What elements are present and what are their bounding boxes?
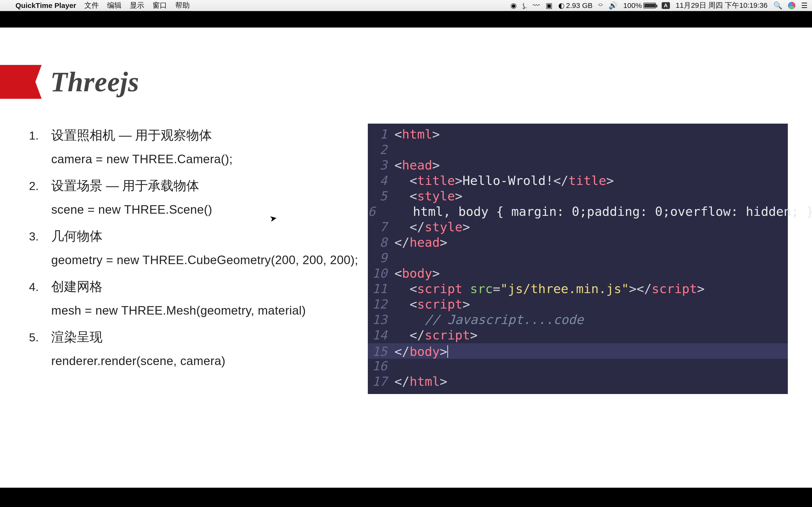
list-item: 4. 创建网格 mesh = new THREE.Mesh(geometry, … (29, 278, 362, 319)
code-line: 10<body> (368, 266, 788, 282)
slide: Threejs 1. 设置照相机 — 用于观察物体 camera = new T… (0, 27, 812, 488)
code-text: // Javascript....code (394, 313, 583, 327)
spotlight-icon[interactable]: 🔍 (773, 2, 782, 9)
code-text: <head> (394, 158, 440, 172)
line-number: 14 (368, 328, 394, 342)
line-number: 3 (368, 158, 394, 172)
memory-text: 2.93 GB (566, 1, 593, 10)
code-line: 12 <script> (368, 297, 788, 313)
step-heading: 几何物体 (51, 227, 102, 245)
line-number: 8 (368, 235, 394, 249)
code-text: </script> (394, 328, 477, 342)
title-tab-icon (0, 65, 42, 99)
slide-title: Threejs (50, 66, 139, 98)
battery-icon (643, 3, 656, 8)
tilde-icon[interactable]: 〰 (532, 2, 540, 9)
slide-title-block: Threejs (0, 65, 139, 99)
code-line: 5 <style> (368, 189, 788, 204)
list-item: 2. 设置场景 — 用于承载物体 scene = new THREE.Scene… (29, 177, 362, 218)
clock[interactable]: 11月29日 周四 下午10:19:36 (676, 0, 767, 10)
menu-view[interactable]: 显示 (130, 0, 144, 10)
code-line: 16 (368, 359, 788, 374)
box-icon[interactable]: ▣ (546, 2, 552, 9)
volume-icon[interactable]: 🔊 (609, 2, 617, 9)
line-number: 6 (368, 204, 383, 219)
code-text: </body> (394, 343, 448, 359)
line-number: 17 (368, 374, 394, 389)
presentation-viewport: Threejs 1. 设置照相机 — 用于观察物体 camera = new T… (0, 11, 812, 507)
step-number: 2. (29, 178, 51, 194)
mac-menubar: QuickTime Player 文件 编辑 显示 窗口 帮助 ◉ ⍼ 〰 ▣ … (0, 0, 812, 11)
list-item: 5. 渲染呈现 renderer.render(scene, camera) (29, 328, 362, 369)
record-icon[interactable]: ◉ (510, 2, 517, 9)
line-number: 5 (368, 189, 394, 203)
code-text: </html> (394, 374, 447, 389)
line-number: 4 (368, 173, 394, 188)
line-number: 2 (368, 143, 394, 157)
line-number: 1 (368, 127, 394, 142)
step-code: mesh = new THREE.Mesh(geometry, material… (51, 302, 362, 319)
step-code: geometry = new THREE.CubeGeometry(200, 2… (51, 252, 362, 269)
line-number: 12 (368, 297, 394, 312)
code-line: 3<head> (368, 158, 788, 173)
code-line: 1<html> (368, 127, 788, 143)
step-heading: 设置照相机 — 用于观察物体 (51, 126, 212, 144)
step-number: 1. (29, 128, 51, 144)
step-code: scene = new THREE.Scene() (51, 202, 362, 218)
code-line: 9 (368, 250, 788, 266)
code-line: 11 <script src="js/three.min.js"></scrip… (368, 282, 788, 297)
code-text: <body> (394, 266, 440, 281)
menu-file[interactable]: 文件 (84, 0, 99, 10)
step-heading: 设置场景 — 用于承载物体 (51, 177, 199, 194)
line-number: 11 (368, 282, 394, 296)
line-number: 16 (368, 359, 394, 373)
battery-pct: 100% (623, 1, 642, 10)
code-line: 15</body> (368, 343, 788, 359)
code-line: 6 html, body { margin: 0;padding: 0;over… (368, 204, 788, 220)
step-code: camera = new THREE.Camera(); (51, 151, 362, 168)
code-text: <title>Hello-Wrold!</title> (394, 173, 614, 188)
battery-status[interactable]: 100% (623, 1, 656, 10)
line-number: 15 (368, 344, 394, 359)
siri-icon[interactable] (788, 2, 795, 9)
text-caret-icon (447, 345, 448, 358)
code-text: </style> (394, 220, 470, 234)
menu-help[interactable]: 帮助 (175, 0, 190, 10)
step-code: renderer.render(scene, camera) (51, 353, 362, 370)
step-number: 4. (29, 279, 51, 295)
line-number: 10 (368, 266, 394, 281)
magnify-icon[interactable]: ⍼ (522, 2, 527, 9)
code-text: <html> (394, 127, 440, 142)
code-text: <script src="js/three.min.js"></script> (394, 282, 705, 296)
gauge-icon: ◐ (558, 2, 564, 9)
line-number: 9 (368, 250, 394, 265)
step-heading: 创建网格 (51, 278, 102, 295)
input-method-badge[interactable]: A (662, 2, 670, 9)
steps-list: 1. 设置照相机 — 用于观察物体 camera = new THREE.Cam… (29, 126, 362, 463)
code-line: 2 (368, 143, 788, 158)
step-heading: 渲染呈现 (51, 328, 102, 346)
memory-status[interactable]: ◐ 2.93 GB (558, 1, 593, 10)
wifi-icon[interactable]: ⌔ (598, 2, 603, 9)
line-number: 7 (368, 220, 394, 234)
code-text: </head> (394, 235, 447, 249)
code-line: 8</head> (368, 235, 788, 250)
list-item: 3. 几何物体 geometry = new THREE.CubeGeometr… (29, 227, 362, 268)
menu-edit[interactable]: 编辑 (107, 0, 121, 10)
code-line: 4 <title>Hello-Wrold!</title> (368, 173, 788, 189)
code-text: html, body { margin: 0;padding: 0;overfl… (383, 204, 812, 219)
code-line: 7 </style> (368, 220, 788, 235)
code-editor: 1<html>23<head>4 <title>Hello-Wrold!</ti… (368, 124, 788, 394)
app-name[interactable]: QuickTime Player (15, 1, 76, 10)
code-text: <style> (394, 189, 463, 203)
line-number: 13 (368, 313, 394, 327)
step-number: 5. (29, 330, 51, 345)
menu-window[interactable]: 窗口 (152, 0, 167, 10)
code-text: <script> (394, 297, 470, 312)
step-number: 3. (29, 229, 51, 244)
code-line: 13 // Javascript....code (368, 313, 788, 328)
list-item: 1. 设置照相机 — 用于观察物体 camera = new THREE.Cam… (29, 126, 362, 167)
notification-center-icon[interactable]: ☰ (801, 2, 808, 9)
code-line: 17</html> (368, 374, 788, 390)
code-line: 14 </script> (368, 328, 788, 343)
